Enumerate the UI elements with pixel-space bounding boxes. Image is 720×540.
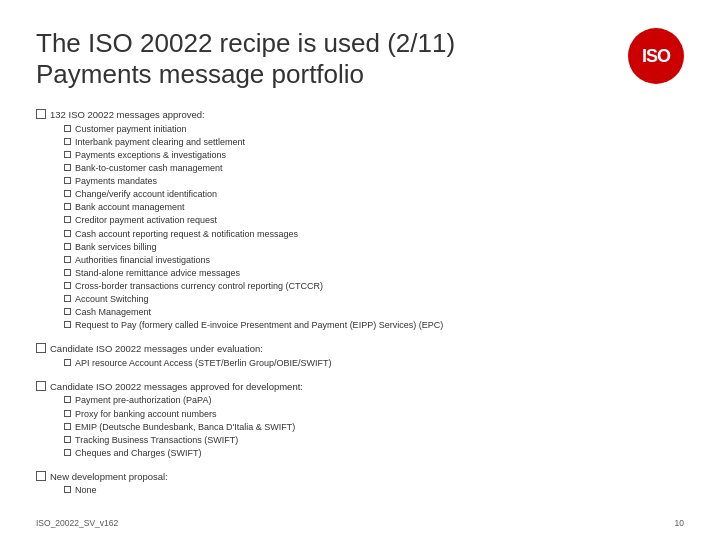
section-development-list: Payment pre-authorization (PaPA) Proxy f…: [64, 394, 684, 459]
title-line1: The ISO 20022 recipe is used (2/11): [36, 28, 455, 58]
iso-logo-text: ISO: [642, 46, 670, 67]
section-approved-list: Customer payment initiation Interbank pa…: [64, 123, 684, 332]
bullet-inner-icon: [64, 151, 71, 158]
list-item: Cash account reporting request & notific…: [64, 228, 684, 241]
list-item: Interbank payment clearing and settlemen…: [64, 136, 684, 149]
section-development-text: Candidate ISO 20022 messages approved fo…: [50, 380, 684, 460]
bullet-inner-icon: [64, 216, 71, 223]
title-block: The ISO 20022 recipe is used (2/11) Paym…: [36, 28, 612, 90]
bullet-inner-icon: [64, 190, 71, 197]
header: The ISO 20022 recipe is used (2/11) Paym…: [36, 28, 684, 90]
list-item: Creditor payment activation request: [64, 214, 684, 227]
section-proposal-list: None: [64, 484, 684, 497]
list-item: Request to Pay (formery called E-invoice…: [64, 319, 684, 332]
section-development: Candidate ISO 20022 messages approved fo…: [36, 380, 684, 460]
bullet-inner-icon: [64, 396, 71, 403]
list-item: Cross-border transactions currency contr…: [64, 280, 684, 293]
bullet-inner-icon: [64, 164, 71, 171]
list-item: Cheques and Charges (SWIFT): [64, 447, 684, 460]
bullet-inner-icon: [64, 449, 71, 456]
section-development-label: Candidate ISO 20022 messages approved fo…: [50, 381, 303, 392]
footer-label: ISO_20022_SV_v162: [36, 518, 118, 528]
footer-page: 10: [675, 518, 684, 528]
bullet-inner-icon: [64, 177, 71, 184]
bullet-inner-icon: [64, 138, 71, 145]
section-evaluation-text: Candidate ISO 20022 messages under evalu…: [50, 342, 684, 370]
list-item: Proxy for banking account numbers: [64, 408, 684, 421]
section-approved: 132 ISO 20022 messages approved: Custome…: [36, 108, 684, 332]
iso-logo: ISO: [628, 28, 684, 84]
bullet-outer-icon: [36, 343, 46, 353]
bullet-inner-icon: [64, 125, 71, 132]
bullet-inner-icon: [64, 321, 71, 328]
list-item: Payment pre-authorization (PaPA): [64, 394, 684, 407]
list-item: Tracking Business Transactions (SWIFT): [64, 434, 684, 447]
bullet-inner-icon: [64, 410, 71, 417]
bullet-inner-icon: [64, 308, 71, 315]
list-item: Stand-alone remittance advice messages: [64, 267, 684, 280]
list-item: Bank-to-customer cash management: [64, 162, 684, 175]
section-evaluation: Candidate ISO 20022 messages under evalu…: [36, 342, 684, 370]
bullet-inner-icon: [64, 269, 71, 276]
list-item: Authorities financial investigations: [64, 254, 684, 267]
bullet-inner-icon: [64, 295, 71, 302]
list-item: Cash Management: [64, 306, 684, 319]
section-proposal-label: New development proposal:: [50, 471, 168, 482]
section-proposal: New development proposal: None: [36, 470, 684, 498]
bullet-inner-icon: [64, 359, 71, 366]
bullet-outer-icon: [36, 471, 46, 481]
list-item: Bank services billing: [64, 241, 684, 254]
list-item: None: [64, 484, 684, 497]
list-item: Customer payment initiation: [64, 123, 684, 136]
bullet-inner-icon: [64, 423, 71, 430]
bullet-inner-icon: [64, 486, 71, 493]
bullet-outer-icon: [36, 381, 46, 391]
list-item: Bank account management: [64, 201, 684, 214]
list-item: Change/verify account identification: [64, 188, 684, 201]
list-item: EMIP (Deutsche Bundesbank, Banca D'Itali…: [64, 421, 684, 434]
list-item: Account Switching: [64, 293, 684, 306]
slide: The ISO 20022 recipe is used (2/11) Paym…: [0, 0, 720, 540]
section-evaluation-label: Candidate ISO 20022 messages under evalu…: [50, 343, 263, 354]
bullet-inner-icon: [64, 230, 71, 237]
section-approved-label: 132 ISO 20022 messages approved:: [50, 109, 205, 120]
bullet-inner-icon: [64, 256, 71, 263]
bullet-inner-icon: [64, 203, 71, 210]
section-evaluation-list: API resource Account Access (STET/Berlin…: [64, 357, 684, 370]
section-proposal-text: New development proposal: None: [50, 470, 684, 498]
content-area: 132 ISO 20022 messages approved: Custome…: [36, 108, 684, 497]
bullet-outer-icon: [36, 109, 46, 119]
footer: ISO_20022_SV_v162 10: [36, 518, 684, 528]
list-item: Payments exceptions & investigations: [64, 149, 684, 162]
bullet-inner-icon: [64, 243, 71, 250]
bullet-inner-icon: [64, 436, 71, 443]
list-item: Payments mandates: [64, 175, 684, 188]
section-approved-text: 132 ISO 20022 messages approved: Custome…: [50, 108, 684, 332]
bullet-inner-icon: [64, 282, 71, 289]
title-line2: Payments message portfolio: [36, 59, 364, 89]
slide-title: The ISO 20022 recipe is used (2/11) Paym…: [36, 28, 612, 90]
list-item: API resource Account Access (STET/Berlin…: [64, 357, 684, 370]
